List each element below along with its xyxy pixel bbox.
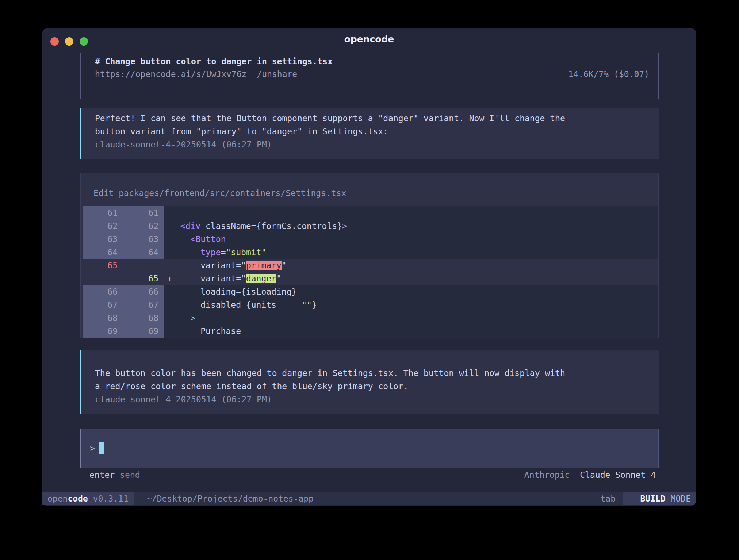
message-line: a red/rose color scheme instead of the b…	[95, 380, 652, 393]
traffic-lights	[50, 37, 88, 46]
diff-sign	[164, 206, 175, 219]
code-token: variant="	[175, 274, 246, 283]
old-line-number: 63	[83, 233, 123, 246]
status-bar: opencode v0.3.11 ~/Desktop/Projects/demo…	[42, 492, 696, 505]
provider-name: Anthropic	[524, 470, 570, 480]
new-line-number: 69	[123, 325, 164, 338]
window-title: opencode	[42, 28, 696, 50]
code-token: primary	[246, 261, 282, 270]
code-token	[175, 313, 191, 323]
code-line: Purchase	[175, 325, 658, 338]
new-line-number: 65	[123, 272, 164, 285]
code-token: className={formCs.controls}	[200, 221, 342, 231]
mode-segment: BUILD MODE	[623, 492, 696, 505]
message-line: button variant from "primary" to "danger…	[95, 125, 652, 138]
code-token: loading={isLoading}	[175, 287, 296, 296]
code-token: >	[342, 221, 347, 231]
code-line: disabled={units === ""}	[175, 298, 658, 311]
diff-row: 6969 Purchase	[81, 325, 658, 338]
diff-row: 6262 <div className={formCs.controls}>	[81, 219, 658, 233]
code-line: type="submit"	[175, 246, 658, 259]
new-line-number: 62	[123, 219, 164, 233]
titlebar[interactable]: opencode	[42, 28, 696, 50]
code-token: ""	[302, 300, 312, 310]
prompt-caret: >	[90, 444, 95, 453]
diff-row: 65+ variant="danger"	[81, 272, 658, 285]
code-token: variant="	[175, 261, 246, 270]
code-line: variant="primary"	[175, 259, 658, 272]
message-line: Perfect! I can see that the Button compo…	[95, 112, 652, 125]
enter-key-hint: enter	[89, 469, 115, 480]
code-token: ===	[282, 300, 297, 310]
diff-sign	[164, 246, 175, 259]
code-token: danger	[246, 274, 276, 283]
model-info: Anthropic Claude Sonnet 4	[524, 469, 656, 480]
unshare-command[interactable]: /unshare	[257, 68, 297, 81]
new-line-number: 64	[123, 246, 164, 259]
diff-sign	[164, 311, 175, 325]
code-token: =	[221, 248, 226, 257]
old-line-number	[83, 272, 123, 285]
new-line-number: 63	[123, 233, 164, 246]
app-name-open: open	[47, 494, 68, 503]
new-line-number: 66	[123, 285, 164, 298]
diff-sign	[164, 298, 175, 311]
mode-label: MODE	[666, 494, 691, 503]
mode-build: BUILD	[640, 494, 666, 503]
token-usage: 14.6K/7% ($0.07)	[568, 68, 649, 81]
assistant-message: Perfect! I can see that the Button compo…	[80, 108, 659, 159]
message-model-timestamp: claude-sonnet-4-20250514 (06:27 PM)	[95, 393, 652, 406]
code-token	[296, 300, 302, 310]
code-line: <div className={formCs.controls}>	[175, 219, 658, 233]
session-header: # Change button color to danger in setti…	[80, 53, 659, 99]
diff-row: 6868 >	[81, 311, 658, 325]
code-token: type	[200, 248, 221, 257]
diff-sign	[164, 233, 175, 246]
code-token: >	[191, 313, 196, 323]
minimize-button[interactable]	[65, 37, 73, 46]
diff-sign: +	[164, 272, 175, 285]
old-line-number: 68	[83, 311, 123, 325]
code-token: <Button	[191, 234, 226, 244]
code-token	[175, 221, 180, 231]
close-button[interactable]	[50, 37, 59, 46]
code-token: "submit"	[226, 248, 267, 257]
code-line: variant="danger"	[175, 272, 658, 285]
diff-sign	[164, 219, 175, 233]
diff-row: 6666 loading={isLoading}	[81, 285, 658, 298]
code-token: "	[276, 274, 282, 283]
old-line-number: 62	[83, 219, 123, 233]
diff-row: 65- variant="primary"	[81, 259, 658, 272]
zoom-button[interactable]	[80, 37, 88, 46]
code-token: <div	[180, 221, 200, 231]
share-url-link[interactable]: https://opencode.ai/s/UwJxv76z	[95, 68, 246, 81]
message-model-timestamp: claude-sonnet-4-20250514 (06:27 PM)	[95, 138, 652, 151]
code-token: disabled={units	[175, 300, 282, 310]
old-line-number: 61	[83, 206, 123, 219]
tab-key-hint: tab	[600, 492, 616, 505]
prompt-input[interactable]: >	[80, 429, 659, 468]
app-version: v0.3.11	[88, 494, 129, 503]
diff-row: 6767 disabled={units === ""}	[81, 298, 658, 311]
diff-sign	[164, 325, 175, 338]
diff-row: 6161	[81, 206, 658, 219]
code-token	[175, 234, 191, 244]
diff-view: 61616262 <div className={formCs.controls…	[81, 206, 658, 338]
diff-sign	[164, 285, 175, 298]
code-line: loading={isLoading}	[175, 285, 658, 298]
code-token	[175, 248, 200, 257]
old-line-number: 69	[83, 325, 123, 338]
diff-row: 6363 <Button	[81, 233, 658, 246]
text-cursor	[99, 442, 104, 454]
model-name: Claude Sonnet 4	[580, 470, 656, 480]
edit-tool-title: Edit packages/frontend/src/containers/Se…	[81, 173, 658, 198]
session-title: # Change button color to danger in setti…	[95, 55, 649, 68]
code-line: <Button	[175, 233, 658, 246]
opencode-window: opencode # Change button color to danger…	[42, 28, 696, 506]
old-line-number: 64	[83, 246, 123, 259]
session-meta-row: https://opencode.ai/s/UwJxv76z /unshare …	[95, 68, 649, 81]
new-line-number	[123, 259, 164, 272]
new-line-number: 67	[123, 298, 164, 311]
keybind-footer: enter send Anthropic Claude Sonnet 4	[80, 469, 659, 480]
code-token: Purchase	[175, 326, 241, 336]
